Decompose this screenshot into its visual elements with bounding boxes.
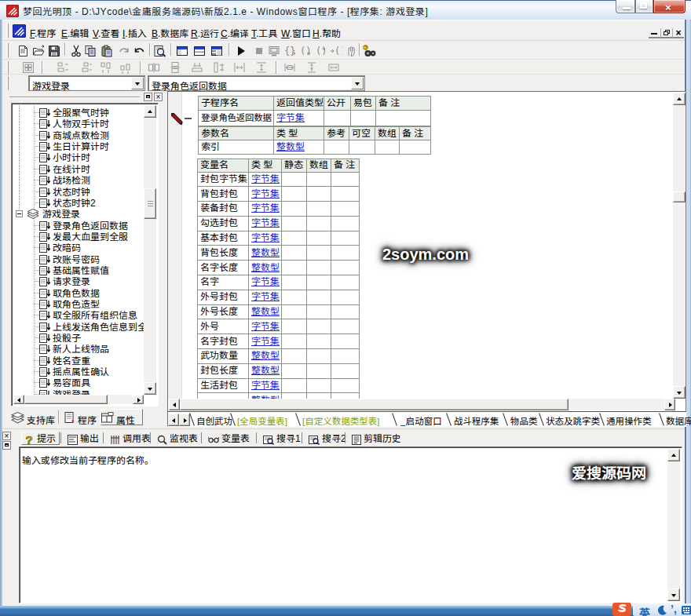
svg-text:(): () bbox=[300, 46, 311, 56]
svg-text:(): () bbox=[316, 46, 327, 56]
svg-text:?: ? bbox=[364, 45, 367, 50]
svg-text:?: ? bbox=[26, 435, 33, 445]
svg-text:(): () bbox=[335, 46, 342, 56]
